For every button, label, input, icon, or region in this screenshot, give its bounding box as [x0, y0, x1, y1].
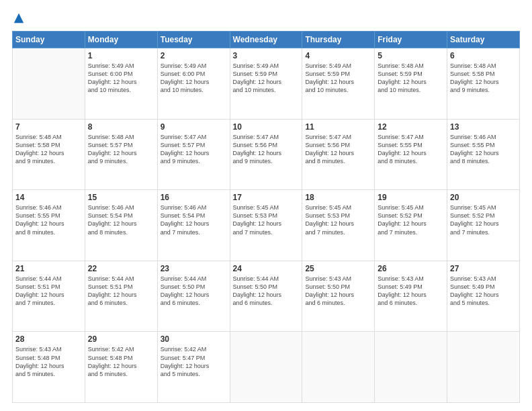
day-number: 3 [233, 51, 300, 60]
day-of-week-sunday: Sunday [13, 32, 85, 48]
day-number: 8 [88, 122, 154, 132]
day-info: Sunrise: 5:49 AM Sunset: 6:00 PM Dayligh… [88, 62, 154, 95]
day-info: Sunrise: 5:46 AM Sunset: 5:54 PM Dayligh… [161, 203, 227, 236]
day-number: 24 [233, 264, 300, 273]
page: SundayMondayTuesdayWednesdayThursdayFrid… [0, 0, 532, 411]
day-number: 27 [450, 264, 517, 273]
svg-marker-0 [14, 13, 24, 23]
calendar-cell: 26Sunrise: 5:43 AM Sunset: 5:49 PM Dayli… [375, 261, 447, 332]
day-info: Sunrise: 5:43 AM Sunset: 5:50 PM Dayligh… [305, 275, 371, 308]
day-info: Sunrise: 5:47 AM Sunset: 5:55 PM Dayligh… [378, 133, 444, 166]
calendar-cell [302, 332, 375, 403]
day-info: Sunrise: 5:48 AM Sunset: 5:58 PM Dayligh… [15, 133, 82, 166]
day-number: 2 [161, 51, 227, 60]
day-number: 6 [450, 51, 517, 60]
calendar-week-5: 28Sunrise: 5:43 AM Sunset: 5:48 PM Dayli… [13, 332, 520, 403]
day-number: 21 [15, 264, 82, 273]
day-number: 1 [88, 51, 154, 60]
calendar-cell [13, 48, 85, 120]
day-info: Sunrise: 5:44 AM Sunset: 5:50 PM Dayligh… [161, 275, 227, 308]
day-number: 17 [233, 193, 300, 202]
day-info: Sunrise: 5:48 AM Sunset: 5:57 PM Dayligh… [88, 133, 154, 166]
calendar-cell: 25Sunrise: 5:43 AM Sunset: 5:50 PM Dayli… [302, 261, 375, 332]
calendar-cell: 21Sunrise: 5:44 AM Sunset: 5:51 PM Dayli… [13, 261, 85, 332]
day-number: 9 [161, 122, 227, 132]
calendar-cell: 8Sunrise: 5:48 AM Sunset: 5:57 PM Daylig… [85, 119, 157, 190]
day-info: Sunrise: 5:42 AM Sunset: 5:48 PM Dayligh… [88, 345, 154, 378]
day-info: Sunrise: 5:45 AM Sunset: 5:53 PM Dayligh… [305, 203, 371, 236]
calendar-cell: 1Sunrise: 5:49 AM Sunset: 6:00 PM Daylig… [85, 48, 157, 120]
day-info: Sunrise: 5:44 AM Sunset: 5:50 PM Dayligh… [233, 275, 300, 308]
day-number: 12 [378, 122, 444, 132]
day-number: 4 [305, 51, 371, 60]
day-info: Sunrise: 5:46 AM Sunset: 5:54 PM Dayligh… [88, 203, 154, 236]
day-info: Sunrise: 5:49 AM Sunset: 5:59 PM Dayligh… [305, 62, 371, 95]
calendar-cell: 24Sunrise: 5:44 AM Sunset: 5:50 PM Dayli… [230, 261, 302, 332]
day-of-week-thursday: Thursday [302, 32, 375, 48]
day-of-week-wednesday: Wednesday [230, 32, 302, 48]
day-info: Sunrise: 5:42 AM Sunset: 5:47 PM Dayligh… [161, 345, 227, 378]
calendar-header-row: SundayMondayTuesdayWednesdayThursdayFrid… [13, 32, 520, 48]
day-info: Sunrise: 5:47 AM Sunset: 5:56 PM Dayligh… [233, 133, 300, 166]
calendar-cell: 2Sunrise: 5:49 AM Sunset: 6:00 PM Daylig… [157, 48, 230, 120]
calendar-cell: 20Sunrise: 5:45 AM Sunset: 5:52 PM Dayli… [447, 190, 520, 261]
day-info: Sunrise: 5:48 AM Sunset: 5:58 PM Dayligh… [450, 62, 517, 95]
day-of-week-saturday: Saturday [447, 32, 520, 48]
day-info: Sunrise: 5:44 AM Sunset: 5:51 PM Dayligh… [15, 275, 82, 308]
calendar-cell: 18Sunrise: 5:45 AM Sunset: 5:53 PM Dayli… [302, 190, 375, 261]
calendar-cell: 19Sunrise: 5:45 AM Sunset: 5:52 PM Dayli… [375, 190, 447, 261]
calendar-cell: 17Sunrise: 5:45 AM Sunset: 5:53 PM Dayli… [230, 190, 302, 261]
day-number: 5 [378, 51, 444, 60]
day-number: 20 [450, 193, 517, 202]
day-number: 15 [88, 193, 154, 202]
calendar-cell: 12Sunrise: 5:47 AM Sunset: 5:55 PM Dayli… [375, 119, 447, 190]
day-number: 30 [161, 334, 227, 344]
calendar-cell: 10Sunrise: 5:47 AM Sunset: 5:56 PM Dayli… [230, 119, 302, 190]
day-info: Sunrise: 5:43 AM Sunset: 5:49 PM Dayligh… [450, 275, 517, 308]
calendar-cell [447, 332, 520, 403]
calendar-cell: 27Sunrise: 5:43 AM Sunset: 5:49 PM Dayli… [447, 261, 520, 332]
calendar-cell [375, 332, 447, 403]
calendar-week-3: 14Sunrise: 5:46 AM Sunset: 5:55 PM Dayli… [13, 190, 520, 261]
day-info: Sunrise: 5:48 AM Sunset: 5:59 PM Dayligh… [378, 62, 444, 95]
day-of-week-tuesday: Tuesday [157, 32, 230, 48]
logo [12, 12, 25, 24]
calendar-cell: 29Sunrise: 5:42 AM Sunset: 5:48 PM Dayli… [85, 332, 157, 403]
day-number: 22 [88, 264, 154, 273]
calendar-cell: 4Sunrise: 5:49 AM Sunset: 5:59 PM Daylig… [302, 48, 375, 120]
day-info: Sunrise: 5:44 AM Sunset: 5:51 PM Dayligh… [88, 275, 154, 308]
calendar-week-1: 1Sunrise: 5:49 AM Sunset: 6:00 PM Daylig… [13, 48, 520, 120]
calendar-cell: 11Sunrise: 5:47 AM Sunset: 5:56 PM Dayli… [302, 119, 375, 190]
day-number: 18 [305, 193, 371, 202]
day-number: 7 [15, 122, 82, 132]
calendar-cell: 15Sunrise: 5:46 AM Sunset: 5:54 PM Dayli… [85, 190, 157, 261]
day-number: 16 [161, 193, 227, 202]
calendar-table: SundayMondayTuesdayWednesdayThursdayFrid… [12, 31, 520, 403]
calendar-cell: 16Sunrise: 5:46 AM Sunset: 5:54 PM Dayli… [157, 190, 230, 261]
day-info: Sunrise: 5:43 AM Sunset: 5:49 PM Dayligh… [378, 275, 444, 308]
calendar-cell: 14Sunrise: 5:46 AM Sunset: 5:55 PM Dayli… [13, 190, 85, 261]
day-info: Sunrise: 5:45 AM Sunset: 5:52 PM Dayligh… [378, 203, 444, 236]
day-number: 23 [161, 264, 227, 273]
day-number: 28 [15, 334, 82, 344]
day-info: Sunrise: 5:43 AM Sunset: 5:48 PM Dayligh… [15, 345, 82, 378]
calendar-cell: 9Sunrise: 5:47 AM Sunset: 5:57 PM Daylig… [157, 119, 230, 190]
day-number: 29 [88, 334, 154, 344]
day-info: Sunrise: 5:49 AM Sunset: 6:00 PM Dayligh… [161, 62, 227, 95]
day-of-week-monday: Monday [85, 32, 157, 48]
calendar-cell: 6Sunrise: 5:48 AM Sunset: 5:58 PM Daylig… [447, 48, 520, 120]
day-number: 14 [15, 193, 82, 202]
logo-icon [13, 12, 25, 24]
calendar-week-2: 7Sunrise: 5:48 AM Sunset: 5:58 PM Daylig… [13, 119, 520, 190]
day-number: 13 [450, 122, 517, 132]
day-info: Sunrise: 5:47 AM Sunset: 5:56 PM Dayligh… [305, 133, 371, 166]
calendar-cell: 5Sunrise: 5:48 AM Sunset: 5:59 PM Daylig… [375, 48, 447, 120]
day-number: 26 [378, 264, 444, 273]
calendar-cell: 3Sunrise: 5:49 AM Sunset: 5:59 PM Daylig… [230, 48, 302, 120]
day-info: Sunrise: 5:45 AM Sunset: 5:52 PM Dayligh… [450, 203, 517, 236]
day-of-week-friday: Friday [375, 32, 447, 48]
day-info: Sunrise: 5:45 AM Sunset: 5:53 PM Dayligh… [233, 203, 300, 236]
day-info: Sunrise: 5:47 AM Sunset: 5:57 PM Dayligh… [161, 133, 227, 166]
day-number: 25 [305, 264, 371, 273]
calendar-cell: 13Sunrise: 5:46 AM Sunset: 5:55 PM Dayli… [447, 119, 520, 190]
